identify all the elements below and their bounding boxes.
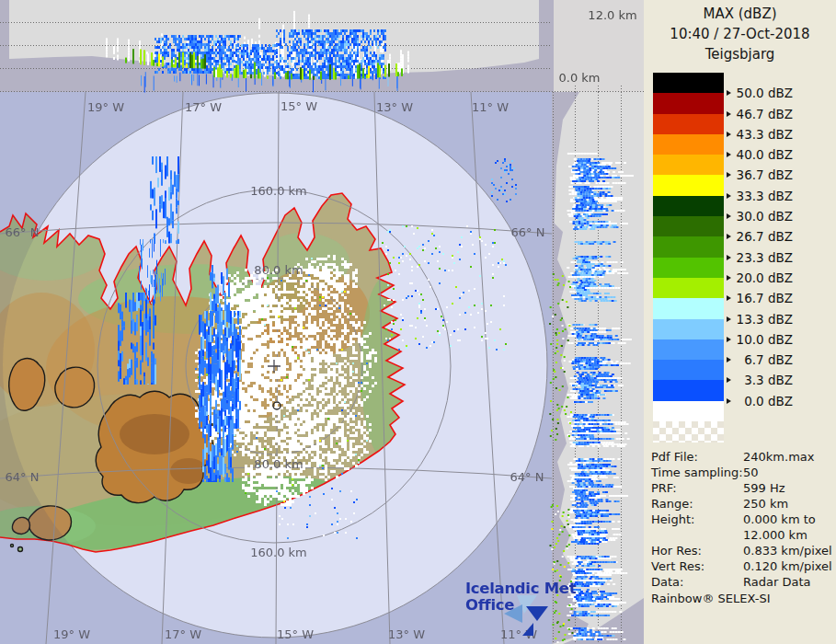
info-value: 0.833 km/pixel bbox=[743, 543, 836, 558]
info-label: Time sampling: bbox=[651, 465, 743, 480]
legend-band bbox=[653, 73, 724, 93]
legend-value: 0.0 dBZ bbox=[734, 394, 793, 408]
info-value: 0.120 km/pixel bbox=[743, 558, 836, 574]
legend-no-data-checker bbox=[653, 421, 724, 443]
legend-band bbox=[653, 236, 724, 257]
legend-band bbox=[653, 319, 724, 339]
legend-row: 26.7 dBZ bbox=[653, 216, 828, 236]
legend-band bbox=[653, 93, 724, 113]
panel-station: Teigsbjarg bbox=[644, 44, 836, 64]
info-value: 0.000 km to bbox=[743, 512, 836, 527]
legend-row: 23.3 dBZ bbox=[653, 236, 828, 257]
info-value: 12.000 km bbox=[743, 527, 836, 543]
pinwheel-logo-icon bbox=[497, 586, 554, 641]
legend-row: 36.7 dBZ bbox=[653, 155, 828, 175]
legend-panel: MAX (dBZ) 10:40 / 27-Oct-2018 Teigsbjarg… bbox=[644, 0, 836, 644]
legend-row: 46.7 dBZ bbox=[653, 93, 828, 113]
legend-band-below-0dbz bbox=[653, 401, 724, 421]
legend-band bbox=[653, 134, 724, 155]
legend-band bbox=[653, 155, 724, 175]
radar-viewer: 19° W17° W15° W13° W11° W19° W17° W15° W… bbox=[0, 0, 836, 644]
legend-band bbox=[653, 298, 724, 318]
legend-row: 20.0 dBZ bbox=[653, 258, 828, 278]
software-name: Rainbow® SELEX-SI bbox=[651, 592, 836, 605]
legend-band bbox=[653, 339, 724, 360]
legend-band bbox=[653, 380, 724, 400]
product-info: Pdf File:240km.maxTime sampling:50PRF:59… bbox=[651, 449, 836, 590]
legend-row: 16.7 dBZ bbox=[653, 278, 828, 298]
met-office-logo: Icelandic Met Office bbox=[465, 581, 576, 614]
legend-band bbox=[653, 175, 724, 195]
info-value: Radar Data bbox=[743, 574, 836, 590]
legend-band bbox=[653, 114, 724, 134]
legend-row: 3.3 dBZ bbox=[653, 360, 828, 380]
info-label: Hor Res: bbox=[651, 543, 743, 558]
info-label: Vert Res: bbox=[651, 558, 743, 574]
legend-band bbox=[653, 360, 724, 380]
info-label: Data: bbox=[651, 574, 743, 590]
legend-arrow-icon bbox=[727, 398, 731, 404]
panel-datetime: 10:40 / 27-Oct-2018 bbox=[644, 24, 836, 44]
info-label bbox=[651, 527, 743, 543]
legend-row: 6.7 dBZ bbox=[653, 339, 828, 360]
panel-title: MAX (dBZ) bbox=[644, 4, 836, 24]
legend-row: 0.0 dBZ bbox=[653, 380, 828, 400]
dbz-color-scale: 50.0 dBZ46.7 dBZ43.3 dBZ40.0 dBZ36.7 dBZ… bbox=[653, 73, 828, 443]
legend-row: 43.3 dBZ bbox=[653, 114, 828, 134]
legend-row: 30.0 dBZ bbox=[653, 196, 828, 216]
info-value: 240km.max bbox=[743, 449, 836, 465]
info-value: 50 bbox=[743, 465, 836, 480]
info-value: 599 Hz bbox=[743, 480, 836, 496]
info-label: Range: bbox=[651, 496, 743, 512]
legend-row: 33.3 dBZ bbox=[653, 175, 828, 195]
info-label: PRF: bbox=[651, 480, 743, 496]
legend-band bbox=[653, 196, 724, 216]
legend-row: 50.0 dBZ bbox=[653, 73, 828, 93]
info-label: Pdf File: bbox=[651, 449, 743, 465]
info-value: 250 km bbox=[743, 496, 836, 512]
legend-row: 10.0 dBZ bbox=[653, 319, 828, 339]
legend-row: 40.0 dBZ bbox=[653, 134, 828, 155]
legend-band bbox=[653, 278, 724, 298]
info-label: Height: bbox=[651, 512, 743, 527]
legend-band bbox=[653, 216, 724, 236]
legend-band bbox=[653, 258, 724, 278]
legend-row: 13.3 dBZ bbox=[653, 298, 828, 318]
